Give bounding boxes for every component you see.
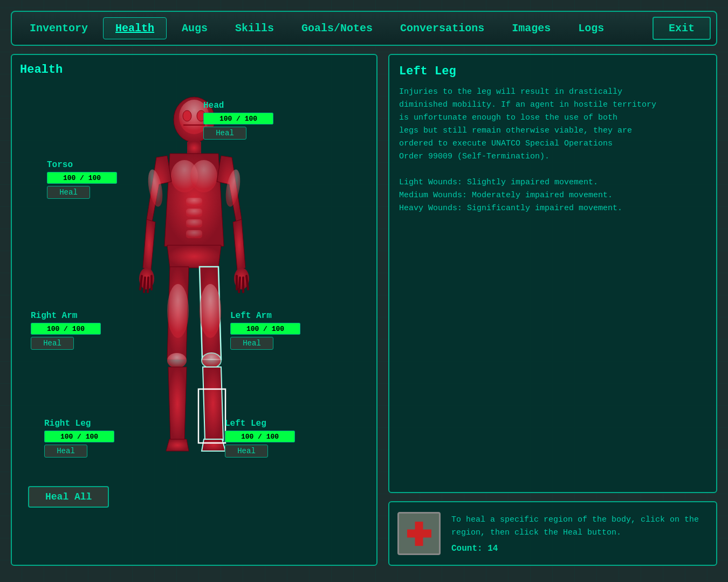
left-leg-health-text: 100 / 100: [225, 431, 294, 442]
tab-conversations[interactable]: Conversations: [388, 17, 497, 39]
svg-rect-9: [186, 209, 202, 217]
nav-bar: Inventory Health Augs Skills Goals/Notes…: [11, 11, 717, 46]
svg-point-27: [202, 353, 221, 368]
svg-rect-11: [186, 230, 202, 238]
info-panel: Left Leg Injuries to the leg will result…: [388, 54, 717, 493]
body-part-left-arm[interactable]: Left Arm 100 / 100 Heal: [230, 311, 300, 350]
svg-rect-5: [187, 141, 201, 155]
medkit-cross-icon: [407, 522, 431, 546]
body-part-right-arm[interactable]: Right Arm 100 / 100 Heal: [31, 311, 101, 350]
right-section: Left Leg Injuries to the leg will result…: [388, 54, 717, 566]
tab-health[interactable]: Health: [103, 17, 167, 39]
part-description: Injuries to the leg will result in drast…: [399, 86, 706, 215]
selected-part-title: Left Leg: [399, 65, 706, 78]
left-arm-health-text: 100 / 100: [231, 323, 300, 334]
body-part-right-leg[interactable]: Right Leg 100 / 100 Heal: [44, 419, 114, 458]
svg-rect-8: [186, 198, 202, 206]
left-arm-label: Left Arm: [230, 311, 300, 321]
svg-point-26: [167, 353, 187, 368]
svg-rect-10: [186, 219, 202, 227]
body-figure[interactable]: [135, 95, 253, 473]
left-arm-heal-button[interactable]: Heal: [230, 337, 273, 350]
left-leg-heal-button[interactable]: Heal: [225, 445, 268, 458]
tab-inventory[interactable]: Inventory: [17, 17, 100, 39]
head-heal-button[interactable]: Heal: [203, 127, 246, 140]
svg-line-15: [144, 278, 145, 292]
left-arm-health-bar: 100 / 100: [230, 323, 300, 335]
torso-label: Torso: [47, 160, 117, 170]
head-label: Head: [203, 101, 273, 110]
right-arm-health-bar: 100 / 100: [31, 323, 101, 335]
right-arm-heal-button[interactable]: Heal: [31, 337, 74, 350]
right-arm-label: Right Arm: [31, 311, 101, 321]
body-part-head[interactable]: Head 100 / 100 Heal: [203, 101, 273, 140]
svg-line-16: [148, 278, 148, 292]
tab-skills[interactable]: Skills: [223, 17, 286, 39]
tab-augs[interactable]: Augs: [169, 17, 220, 39]
torso-heal-button[interactable]: Heal: [47, 186, 90, 199]
torso-health-text: 100 / 100: [47, 172, 116, 183]
medkit-panel: To heal a specific region of the body, c…: [388, 501, 717, 566]
svg-point-7: [190, 160, 217, 192]
torso-health-bar: 100 / 100: [47, 172, 117, 184]
right-leg-health-bar: 100 / 100: [44, 431, 114, 442]
anatomy-area: Head 100 / 100 Heal Torso 100 / 100 Heal…: [20, 85, 368, 516]
head-health-text: 100 / 100: [204, 113, 273, 124]
exit-button[interactable]: Exit: [653, 17, 711, 40]
tab-images[interactable]: Images: [499, 17, 563, 39]
medkit-instruction: To heal a specific region of the body, c…: [451, 514, 708, 539]
right-leg-label: Right Leg: [44, 419, 114, 428]
body-part-torso[interactable]: Torso 100 / 100 Heal: [47, 160, 117, 199]
medkit-icon: [397, 512, 441, 555]
right-arm-health-text: 100 / 100: [31, 323, 100, 334]
svg-point-2: [183, 110, 191, 121]
left-leg-label: Left Leg: [225, 419, 295, 428]
right-leg-heal-button[interactable]: Heal: [44, 445, 87, 458]
head-health-bar: 100 / 100: [203, 113, 273, 124]
tab-logs[interactable]: Logs: [566, 17, 616, 39]
svg-point-25: [200, 284, 221, 338]
left-leg-health-bar: 100 / 100: [225, 431, 295, 442]
heal-all-button[interactable]: Heal All: [28, 486, 109, 508]
svg-point-24: [167, 284, 189, 338]
body-part-left-leg[interactable]: Left Leg 100 / 100 Heal: [225, 419, 295, 458]
medkit-info: To heal a specific region of the body, c…: [451, 514, 708, 553]
svg-line-21: [239, 278, 240, 292]
health-panel: Health: [11, 54, 377, 566]
right-leg-health-text: 100 / 100: [45, 431, 114, 442]
tab-goals[interactable]: Goals/Notes: [289, 17, 385, 39]
medkit-count: Count: 14: [451, 544, 708, 553]
panel-title: Health: [20, 63, 368, 77]
